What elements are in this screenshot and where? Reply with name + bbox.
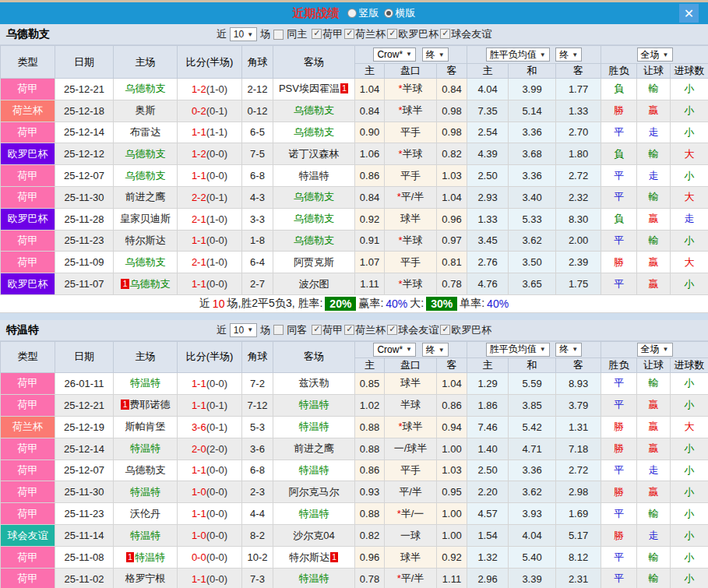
- same-venue-label[interactable]: 同主: [287, 27, 307, 41]
- league-filter-item[interactable]: 荷甲: [312, 27, 343, 41]
- result-value: 平: [614, 278, 624, 290]
- match-row: 荷甲25-11-02格罗宁根1-1(0-0)7-3特温特0.78*平/半1.11…: [1, 568, 708, 588]
- checkbox-checked-icon[interactable]: [344, 29, 354, 39]
- avg-draw: 5.33: [509, 208, 556, 230]
- checkbox-checked-icon[interactable]: [344, 325, 354, 335]
- checkbox-checked-icon[interactable]: [440, 29, 450, 39]
- radio-vertical[interactable]: [347, 9, 357, 18]
- handicap-line: 平手: [385, 459, 437, 481]
- same-venue-checkbox[interactable]: [273, 325, 284, 335]
- league-tag: 荷甲: [1, 438, 55, 459]
- result-value: 平: [614, 399, 624, 410]
- scope-select[interactable]: 全场▼: [637, 48, 673, 62]
- chevron-down-icon: ▼: [406, 346, 412, 353]
- score-cell: 1-2(0-0): [178, 143, 242, 165]
- odds-time-select[interactable]: 终▼: [422, 48, 449, 62]
- avg-type-select[interactable]: 胜平负均值▼: [486, 48, 550, 62]
- fulltime-score: 1-1: [192, 464, 206, 476]
- radio-horizontal[interactable]: [384, 9, 393, 18]
- same-venue-label[interactable]: 同客: [287, 323, 307, 337]
- checkbox-checked-icon[interactable]: [440, 325, 450, 335]
- league-filter-item[interactable]: 荷甲: [312, 323, 343, 337]
- match-row: 荷甲25-12-14特温特2-0(2-0)3-6前进之鹰0.88一/球半1.00…: [1, 438, 708, 459]
- chevron-down-icon: ▼: [540, 346, 546, 353]
- odds-company-select[interactable]: Crow*▼: [373, 48, 416, 62]
- avg-home: 1.32: [467, 547, 509, 569]
- recent-count-select[interactable]: 10▼: [230, 323, 257, 337]
- handicap-line: *半球: [385, 230, 437, 252]
- away-odds: 0.96: [437, 208, 467, 230]
- league-tag: 荷甲: [1, 459, 55, 481]
- match-row: 欧罗巴杯25-11-28皇家贝迪斯2-1(1-0)3-3乌德勒支0.92球半0.…: [1, 208, 708, 230]
- checkbox-checked-icon[interactable]: [312, 29, 322, 39]
- league-filter-item[interactable]: 荷兰杯: [344, 323, 386, 337]
- chevron-down-icon: ▼: [572, 346, 578, 353]
- recent-count-select[interactable]: 10▼: [230, 27, 257, 41]
- league-filter-item[interactable]: 荷兰杯: [344, 27, 386, 41]
- handicap-result: 走: [637, 121, 671, 143]
- score-cell: 1-1(0-0): [178, 459, 242, 481]
- radio-horizontal-label[interactable]: 横版: [396, 6, 416, 20]
- handicap-result: 贏: [637, 416, 671, 438]
- avg-away: 2.00: [556, 230, 601, 252]
- result-wdl: 平: [601, 230, 637, 252]
- team-name: 布雷达: [130, 126, 160, 138]
- recent-count-value: 10: [234, 325, 244, 336]
- close-button[interactable]: ✕: [679, 4, 699, 23]
- away-odds: 0.78: [437, 273, 467, 295]
- home-odds: 0.93: [355, 481, 385, 503]
- corners-score: 0-12: [242, 100, 273, 121]
- match-date: 25-12-19: [55, 416, 114, 438]
- away-team: 沙尔克04: [273, 525, 355, 547]
- halftime-score: (0-0): [206, 170, 227, 181]
- home-team: 沃伦丹: [114, 503, 178, 525]
- away-team: 乌德勒支: [273, 121, 355, 143]
- avg-time-select[interactable]: 终▼: [555, 343, 582, 357]
- league-filter-item[interactable]: 球会友谊: [440, 27, 491, 41]
- corners-score: 2-7: [242, 273, 273, 295]
- odds-time-select[interactable]: 终▼: [422, 343, 449, 357]
- halftime-score: (0-0): [206, 530, 227, 541]
- avg-type-select[interactable]: 胜平负均值▼: [486, 343, 550, 357]
- match-row: 荷甲26-01-11特温特1-1(0-0)7-2兹沃勒0.85球半1.041.2…: [1, 372, 708, 394]
- red-card-badge: 1: [330, 552, 338, 562]
- section-divider: [0, 313, 708, 320]
- home-team: 格罗宁根: [114, 568, 178, 588]
- result-value: 平: [614, 551, 624, 563]
- league-filter-item[interactable]: 欧罗巴杯: [387, 27, 439, 41]
- team-name: 诺丁汉森林: [289, 148, 340, 160]
- league-filter-label: 荷甲: [322, 27, 343, 41]
- scope-select[interactable]: 全场▼: [637, 343, 673, 357]
- halftime-score: (0-1): [206, 421, 227, 433]
- team-name: 乌德勒支: [294, 213, 334, 224]
- avg-time-select[interactable]: 终▼: [555, 48, 582, 62]
- handicap-result: 贏: [637, 481, 671, 503]
- away-odds: 1.00: [437, 438, 467, 459]
- checkbox-checked-icon[interactable]: [312, 325, 322, 335]
- team-name: 费耶诺德: [130, 399, 171, 410]
- handicap-line: 一球: [385, 525, 437, 547]
- checkbox-checked-icon[interactable]: [387, 325, 397, 335]
- star-mark: *: [398, 148, 402, 160]
- match-row: 荷甲25-12-07乌德勒支1-1(0-0)6-8特温特0.86平手1.032.…: [1, 459, 708, 481]
- handicap-result: 輸: [637, 230, 671, 252]
- col-header-score: 比分(半场): [178, 46, 242, 79]
- league-filter-item[interactable]: 球会友谊: [387, 323, 439, 337]
- handicap-line: 平手: [385, 252, 437, 273]
- team-name: 乌德勒支: [125, 170, 166, 181]
- avg-home: 1.40: [467, 438, 509, 459]
- summary-part: 30%: [426, 297, 457, 311]
- league-filter-item[interactable]: 欧罗巴杯: [440, 323, 491, 337]
- radio-vertical-label[interactable]: 竖版: [359, 6, 379, 20]
- odds-company-select[interactable]: Crow*▼: [373, 343, 416, 357]
- star-mark: *: [397, 508, 401, 519]
- home-team: 1乌德勒支: [114, 273, 178, 295]
- result-value: 負: [614, 213, 624, 224]
- score-cell: 1-1(0-0): [178, 568, 242, 588]
- col-header-away: 客场: [273, 341, 355, 372]
- goals-result-value: 大: [685, 148, 695, 160]
- halftime-score: (1-0): [206, 83, 227, 95]
- handicap-line: *半/一: [385, 503, 437, 525]
- same-venue-checkbox[interactable]: [273, 30, 284, 40]
- checkbox-checked-icon[interactable]: [387, 29, 397, 39]
